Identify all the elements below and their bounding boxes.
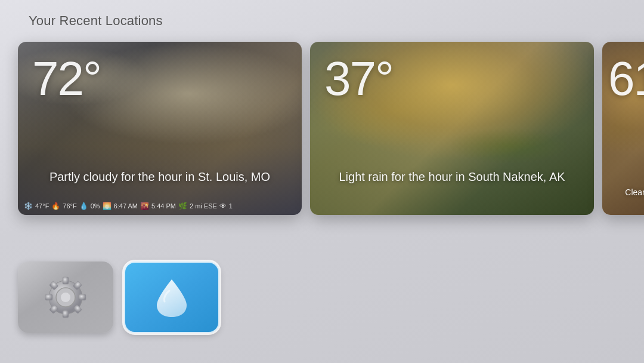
sunset-time: 5:44 PM <box>151 202 176 210</box>
gear-svg <box>42 273 89 321</box>
visibility-val: 1 <box>229 202 233 210</box>
weather-card-1[interactable]: 72° Partly cloudy for the hour in St. Lo… <box>18 42 302 215</box>
weather-app-icon[interactable] <box>124 262 219 333</box>
weather-card-3[interactable]: 61 Clear <box>602 42 644 215</box>
card-1-temperature: 72° <box>32 55 101 103</box>
section-title: Your Recent Locations <box>29 13 163 29</box>
hot-icon: 🔥 <box>51 202 60 210</box>
cards-container: 72° Partly cloudy for the hour in St. Lo… <box>18 42 644 215</box>
card-3-temperature: 61 <box>608 55 644 103</box>
svg-rect-6 <box>79 294 86 300</box>
water-drop-svg <box>154 276 190 318</box>
apps-section <box>18 262 219 333</box>
card-2-temperature: 37° <box>324 55 393 103</box>
rain-icon: 💧 <box>79 202 88 210</box>
settings-app-icon[interactable] <box>18 262 113 333</box>
card-2-description: Light rain for the hour in South Naknek,… <box>310 168 594 185</box>
cold-icon: ❄️ <box>24 202 33 210</box>
high-temp: 76°F <box>63 202 76 210</box>
svg-point-2 <box>61 293 70 302</box>
sunset-icon: 🌇 <box>140 202 149 210</box>
sunrise-time: 6:47 AM <box>114 202 138 210</box>
card-1-description: Partly cloudy for the hour in St. Louis,… <box>18 168 302 185</box>
svg-rect-4 <box>63 310 69 318</box>
wind-speed: 2 mi ESE <box>190 202 217 210</box>
wind-icon: 🌿 <box>178 202 187 210</box>
svg-rect-3 <box>63 277 69 284</box>
rain-pct: 0% <box>91 202 100 210</box>
card-1-stats: ❄️ 47°F 🔥 76°F 💧 0% 🌅 6:47 AM 🌇 5:44 PM … <box>24 202 296 210</box>
low-temp: 47°F <box>35 202 49 210</box>
weather-card-2[interactable]: 37° Light rain for the hour in South Nak… <box>310 42 594 215</box>
visibility-icon: 👁 <box>219 202 227 210</box>
card-3-description: Clear <box>602 187 644 197</box>
sunrise-icon: 🌅 <box>103 202 112 210</box>
svg-rect-5 <box>45 294 52 300</box>
